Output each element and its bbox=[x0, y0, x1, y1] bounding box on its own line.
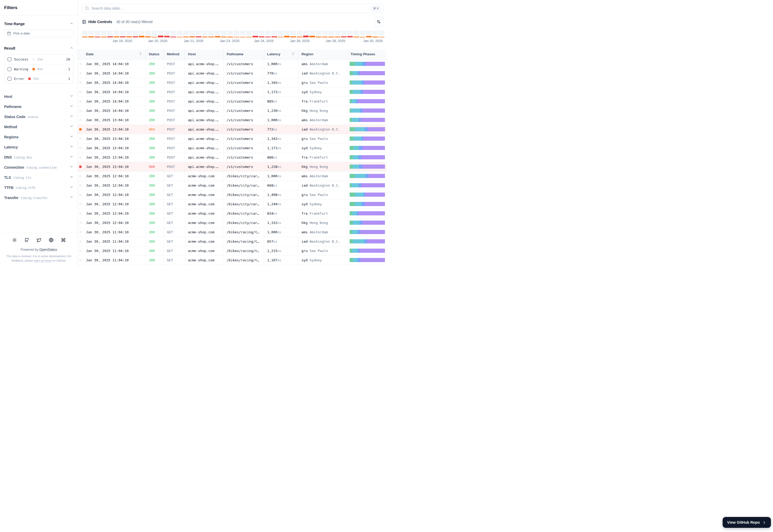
table-row[interactable]: Jan 30, 2025 11:04:10200GETacme-shop.com… bbox=[78, 237, 386, 246]
histogram-bar[interactable] bbox=[366, 31, 372, 37]
histogram-bar[interactable] bbox=[139, 31, 144, 37]
histogram-bar[interactable] bbox=[114, 31, 119, 37]
row-status-cell[interactable] bbox=[78, 209, 83, 218]
row-status-cell[interactable] bbox=[78, 218, 83, 227]
table-row[interactable]: Jan 30, 2025 14:04:10200POSTapi.acme-sho… bbox=[78, 106, 386, 115]
sidebar-filter-status-code[interactable]: Status Codestatus bbox=[4, 112, 73, 122]
row-status-cell[interactable] bbox=[78, 227, 83, 237]
sidebar-filter-connection[interactable]: Connectiontiming.connection bbox=[4, 162, 73, 172]
sidebar-filter-host[interactable]: Host bbox=[4, 91, 73, 101]
histogram-bar[interactable] bbox=[221, 31, 227, 37]
histogram-bar[interactable] bbox=[328, 31, 334, 37]
histogram-bar[interactable] bbox=[360, 31, 365, 37]
sun-icon[interactable] bbox=[12, 238, 17, 242]
row-status-cell[interactable] bbox=[78, 162, 83, 171]
table-row[interactable]: Jan 30, 2025 13:04:10500POSTapi.acme-sho… bbox=[78, 162, 386, 171]
result-option-error[interactable]: Error5xx1 bbox=[4, 74, 73, 83]
request-histogram[interactable]: Jan 18, 2025Jan 20, 2025Jan 21, 2025Jan … bbox=[82, 31, 384, 44]
row-status-cell[interactable] bbox=[78, 106, 83, 115]
checkbox[interactable] bbox=[8, 57, 11, 61]
histogram-bar[interactable] bbox=[151, 31, 157, 37]
row-status-cell[interactable] bbox=[78, 190, 83, 199]
histogram-bar[interactable] bbox=[227, 31, 233, 37]
row-status-cell[interactable] bbox=[78, 237, 83, 246]
histogram-bar[interactable] bbox=[347, 31, 353, 37]
histogram-bar[interactable] bbox=[120, 31, 125, 37]
histogram-bar[interactable] bbox=[322, 31, 328, 37]
table-row[interactable]: Jan 30, 2025 11:04:10200GETacme-shop.com… bbox=[78, 255, 386, 265]
histogram-bar[interactable] bbox=[158, 31, 163, 37]
table-row[interactable]: Jan 30, 2025 13:04:10200POSTapi.acme-sho… bbox=[78, 153, 386, 162]
twitter-icon[interactable] bbox=[37, 238, 41, 242]
histogram-bar[interactable] bbox=[259, 31, 265, 37]
histogram-bar[interactable] bbox=[82, 31, 87, 37]
histogram-bar[interactable] bbox=[372, 31, 378, 37]
table-row[interactable]: Jan 30, 2025 11:04:10200GETacme-shop.com… bbox=[78, 227, 386, 237]
table-row[interactable]: Jan 30, 2025 12:04:10200GETacme-shop.com… bbox=[78, 218, 386, 227]
row-status-cell[interactable] bbox=[78, 246, 83, 255]
histogram-bar[interactable] bbox=[341, 31, 347, 37]
histogram-bar[interactable] bbox=[297, 31, 302, 37]
sidebar-filter-dns[interactable]: DNStiming.dns bbox=[4, 152, 73, 162]
view-options-button[interactable] bbox=[374, 17, 383, 26]
table-row[interactable]: Jan 30, 2025 13:04:10200POSTapi.acme-sho… bbox=[78, 143, 386, 153]
globe-icon[interactable] bbox=[49, 238, 53, 242]
row-status-cell[interactable] bbox=[78, 181, 83, 190]
sort-icon[interactable] bbox=[292, 52, 295, 56]
row-status-cell[interactable] bbox=[78, 153, 83, 162]
table-row[interactable]: Jan 30, 2025 12:04:10200GETacme-shop.com… bbox=[78, 171, 386, 181]
row-status-cell[interactable] bbox=[78, 199, 83, 209]
sort-icon[interactable] bbox=[139, 52, 142, 56]
histogram-bar[interactable] bbox=[379, 31, 384, 37]
histogram-bar[interactable] bbox=[95, 31, 100, 37]
histogram-bar[interactable] bbox=[303, 31, 309, 37]
result-option-warning[interactable]: Warning4xx1 bbox=[4, 64, 73, 74]
checkbox[interactable] bbox=[8, 67, 11, 71]
histogram-bar[interactable] bbox=[133, 31, 138, 37]
row-status-cell[interactable] bbox=[78, 125, 83, 134]
search-input[interactable] bbox=[91, 6, 369, 10]
section-time-range[interactable]: Time Range bbox=[4, 19, 73, 28]
open-an-issue-link[interactable]: open an issue bbox=[34, 259, 52, 262]
openstatus-link[interactable]: OpenStatus bbox=[39, 248, 57, 251]
column-header-latency[interactable]: Latency bbox=[264, 49, 298, 59]
table-row[interactable]: Jan 30, 2025 14:04:10200POSTapi.acme-sho… bbox=[78, 59, 386, 69]
row-status-cell[interactable] bbox=[78, 115, 83, 125]
histogram-bar[interactable] bbox=[240, 31, 246, 37]
row-status-cell[interactable] bbox=[78, 69, 83, 78]
histogram-bar[interactable] bbox=[265, 31, 271, 37]
histogram-bar[interactable] bbox=[145, 31, 151, 37]
table-row[interactable]: Jan 30, 2025 12:04:10200GETacme-shop.com… bbox=[78, 209, 386, 218]
table-row[interactable]: Jan 30, 2025 13:04:10404POSTapi.acme-sho… bbox=[78, 125, 386, 134]
hide-controls-button[interactable]: Hide Controls bbox=[82, 20, 112, 24]
histogram-bar[interactable] bbox=[101, 31, 106, 37]
histogram-bar[interactable] bbox=[278, 31, 283, 37]
table-row[interactable]: Jan 30, 2025 11:04:10200GETacme-shop.com… bbox=[78, 246, 386, 255]
row-status-cell[interactable] bbox=[78, 97, 83, 106]
histogram-bar[interactable] bbox=[354, 31, 359, 37]
sidebar-filter-method[interactable]: Method bbox=[4, 122, 73, 132]
checkbox[interactable] bbox=[8, 77, 11, 81]
table-row[interactable]: Jan 30, 2025 14:04:10200POSTapi.acme-sho… bbox=[78, 69, 386, 78]
histogram-bar[interactable] bbox=[208, 31, 214, 37]
histogram-bar[interactable] bbox=[126, 31, 132, 37]
histogram-bar[interactable] bbox=[316, 31, 321, 37]
table-row[interactable]: Jan 30, 2025 14:04:10200POSTapi.acme-sho… bbox=[78, 78, 386, 87]
command-icon[interactable] bbox=[61, 238, 66, 242]
table-row[interactable]: Jan 30, 2025 12:04:10200GETacme-shop.com… bbox=[78, 181, 386, 190]
histogram-bar[interactable] bbox=[177, 31, 182, 37]
github-icon[interactable] bbox=[24, 238, 29, 242]
histogram-bar[interactable] bbox=[234, 31, 239, 37]
histogram-bar[interactable] bbox=[215, 31, 220, 37]
histogram-bar[interactable] bbox=[189, 31, 195, 37]
histogram-bar[interactable] bbox=[309, 31, 315, 37]
row-status-cell[interactable] bbox=[78, 78, 83, 87]
histogram-bar[interactable] bbox=[164, 31, 169, 37]
column-header-date[interactable]: Date bbox=[83, 49, 145, 59]
histogram-bar[interactable] bbox=[246, 31, 252, 37]
histogram-bar[interactable] bbox=[335, 31, 340, 37]
table-row[interactable]: Jan 30, 2025 13:04:10200POSTapi.acme-sho… bbox=[78, 134, 386, 143]
table-row[interactable]: Jan 30, 2025 12:04:10200GETacme-shop.com… bbox=[78, 190, 386, 199]
table-row[interactable]: Jan 30, 2025 13:04:10200POSTapi.acme-sho… bbox=[78, 115, 386, 125]
histogram-bar[interactable] bbox=[88, 31, 94, 37]
